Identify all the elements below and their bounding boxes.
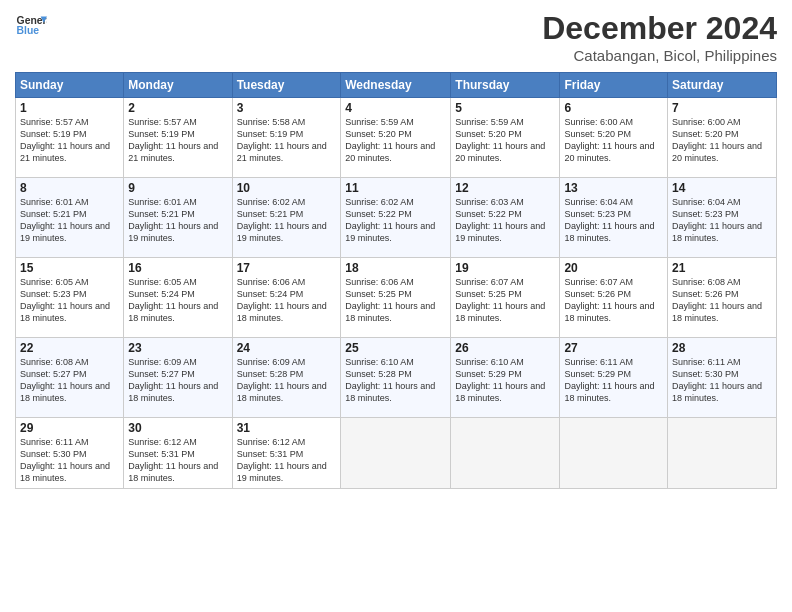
title-area: December 2024 Catabangan, Bicol, Philipp… (542, 10, 777, 64)
table-row: 18 Sunrise: 6:06 AMSunset: 5:25 PMDaylig… (341, 258, 451, 338)
table-row (668, 418, 777, 489)
day-number: 7 (672, 101, 772, 115)
day-number: 10 (237, 181, 337, 195)
day-number: 2 (128, 101, 227, 115)
day-info: Sunrise: 6:05 AMSunset: 5:23 PMDaylight:… (20, 277, 110, 323)
header-saturday: Saturday (668, 73, 777, 98)
table-row: 15 Sunrise: 6:05 AMSunset: 5:23 PMDaylig… (16, 258, 124, 338)
table-row: 9 Sunrise: 6:01 AMSunset: 5:21 PMDayligh… (124, 178, 232, 258)
day-number: 21 (672, 261, 772, 275)
day-info: Sunrise: 6:10 AMSunset: 5:29 PMDaylight:… (455, 357, 545, 403)
table-row: 19 Sunrise: 6:07 AMSunset: 5:25 PMDaylig… (451, 258, 560, 338)
day-number: 5 (455, 101, 555, 115)
table-row: 14 Sunrise: 6:04 AMSunset: 5:23 PMDaylig… (668, 178, 777, 258)
day-number: 11 (345, 181, 446, 195)
day-info: Sunrise: 6:01 AMSunset: 5:21 PMDaylight:… (128, 197, 218, 243)
calendar-header-row: Sunday Monday Tuesday Wednesday Thursday… (16, 73, 777, 98)
day-info: Sunrise: 6:12 AMSunset: 5:31 PMDaylight:… (128, 437, 218, 483)
day-info: Sunrise: 6:01 AMSunset: 5:21 PMDaylight:… (20, 197, 110, 243)
day-info: Sunrise: 6:06 AMSunset: 5:24 PMDaylight:… (237, 277, 327, 323)
table-row: 10 Sunrise: 6:02 AMSunset: 5:21 PMDaylig… (232, 178, 341, 258)
day-info: Sunrise: 6:08 AMSunset: 5:26 PMDaylight:… (672, 277, 762, 323)
day-info: Sunrise: 6:05 AMSunset: 5:24 PMDaylight:… (128, 277, 218, 323)
calendar-table: Sunday Monday Tuesday Wednesday Thursday… (15, 72, 777, 489)
day-info: Sunrise: 6:07 AMSunset: 5:25 PMDaylight:… (455, 277, 545, 323)
day-number: 15 (20, 261, 119, 275)
day-info: Sunrise: 6:11 AMSunset: 5:30 PMDaylight:… (20, 437, 110, 483)
logo: General Blue (15, 10, 47, 42)
day-info: Sunrise: 6:04 AMSunset: 5:23 PMDaylight:… (672, 197, 762, 243)
header-monday: Monday (124, 73, 232, 98)
day-info: Sunrise: 5:59 AMSunset: 5:20 PMDaylight:… (345, 117, 435, 163)
day-number: 12 (455, 181, 555, 195)
day-number: 24 (237, 341, 337, 355)
day-number: 3 (237, 101, 337, 115)
day-number: 22 (20, 341, 119, 355)
table-row: 6 Sunrise: 6:00 AMSunset: 5:20 PMDayligh… (560, 98, 668, 178)
day-info: Sunrise: 5:57 AMSunset: 5:19 PMDaylight:… (20, 117, 110, 163)
day-info: Sunrise: 6:03 AMSunset: 5:22 PMDaylight:… (455, 197, 545, 243)
table-row: 24 Sunrise: 6:09 AMSunset: 5:28 PMDaylig… (232, 338, 341, 418)
svg-text:Blue: Blue (17, 25, 40, 36)
table-row (341, 418, 451, 489)
header: General Blue December 2024 Catabangan, B… (15, 10, 777, 64)
logo-icon: General Blue (15, 10, 47, 42)
day-info: Sunrise: 6:06 AMSunset: 5:25 PMDaylight:… (345, 277, 435, 323)
table-row: 20 Sunrise: 6:07 AMSunset: 5:26 PMDaylig… (560, 258, 668, 338)
day-number: 31 (237, 421, 337, 435)
day-info: Sunrise: 6:10 AMSunset: 5:28 PMDaylight:… (345, 357, 435, 403)
day-number: 20 (564, 261, 663, 275)
day-info: Sunrise: 6:08 AMSunset: 5:27 PMDaylight:… (20, 357, 110, 403)
table-row: 17 Sunrise: 6:06 AMSunset: 5:24 PMDaylig… (232, 258, 341, 338)
table-row (560, 418, 668, 489)
table-row: 1 Sunrise: 5:57 AMSunset: 5:19 PMDayligh… (16, 98, 124, 178)
table-row: 13 Sunrise: 6:04 AMSunset: 5:23 PMDaylig… (560, 178, 668, 258)
day-number: 8 (20, 181, 119, 195)
day-number: 6 (564, 101, 663, 115)
table-row: 22 Sunrise: 6:08 AMSunset: 5:27 PMDaylig… (16, 338, 124, 418)
day-number: 19 (455, 261, 555, 275)
header-thursday: Thursday (451, 73, 560, 98)
table-row: 31 Sunrise: 6:12 AMSunset: 5:31 PMDaylig… (232, 418, 341, 489)
day-info: Sunrise: 6:02 AMSunset: 5:22 PMDaylight:… (345, 197, 435, 243)
table-row (451, 418, 560, 489)
day-number: 23 (128, 341, 227, 355)
table-row: 28 Sunrise: 6:11 AMSunset: 5:30 PMDaylig… (668, 338, 777, 418)
table-row: 8 Sunrise: 6:01 AMSunset: 5:21 PMDayligh… (16, 178, 124, 258)
day-number: 28 (672, 341, 772, 355)
day-number: 18 (345, 261, 446, 275)
day-number: 30 (128, 421, 227, 435)
day-info: Sunrise: 6:07 AMSunset: 5:26 PMDaylight:… (564, 277, 654, 323)
table-row: 25 Sunrise: 6:10 AMSunset: 5:28 PMDaylig… (341, 338, 451, 418)
day-info: Sunrise: 5:58 AMSunset: 5:19 PMDaylight:… (237, 117, 327, 163)
header-friday: Friday (560, 73, 668, 98)
day-number: 16 (128, 261, 227, 275)
header-tuesday: Tuesday (232, 73, 341, 98)
day-number: 29 (20, 421, 119, 435)
day-number: 17 (237, 261, 337, 275)
day-info: Sunrise: 6:11 AMSunset: 5:30 PMDaylight:… (672, 357, 762, 403)
header-sunday: Sunday (16, 73, 124, 98)
table-row: 7 Sunrise: 6:00 AMSunset: 5:20 PMDayligh… (668, 98, 777, 178)
day-number: 25 (345, 341, 446, 355)
table-row: 27 Sunrise: 6:11 AMSunset: 5:29 PMDaylig… (560, 338, 668, 418)
day-info: Sunrise: 6:04 AMSunset: 5:23 PMDaylight:… (564, 197, 654, 243)
day-info: Sunrise: 6:00 AMSunset: 5:20 PMDaylight:… (672, 117, 762, 163)
day-info: Sunrise: 6:09 AMSunset: 5:28 PMDaylight:… (237, 357, 327, 403)
day-number: 9 (128, 181, 227, 195)
day-info: Sunrise: 6:09 AMSunset: 5:27 PMDaylight:… (128, 357, 218, 403)
table-row: 16 Sunrise: 6:05 AMSunset: 5:24 PMDaylig… (124, 258, 232, 338)
table-row: 23 Sunrise: 6:09 AMSunset: 5:27 PMDaylig… (124, 338, 232, 418)
table-row: 26 Sunrise: 6:10 AMSunset: 5:29 PMDaylig… (451, 338, 560, 418)
table-row: 11 Sunrise: 6:02 AMSunset: 5:22 PMDaylig… (341, 178, 451, 258)
day-info: Sunrise: 6:11 AMSunset: 5:29 PMDaylight:… (564, 357, 654, 403)
table-row: 5 Sunrise: 5:59 AMSunset: 5:20 PMDayligh… (451, 98, 560, 178)
day-number: 1 (20, 101, 119, 115)
day-info: Sunrise: 6:00 AMSunset: 5:20 PMDaylight:… (564, 117, 654, 163)
table-row: 2 Sunrise: 5:57 AMSunset: 5:19 PMDayligh… (124, 98, 232, 178)
header-wednesday: Wednesday (341, 73, 451, 98)
table-row: 3 Sunrise: 5:58 AMSunset: 5:19 PMDayligh… (232, 98, 341, 178)
day-info: Sunrise: 6:02 AMSunset: 5:21 PMDaylight:… (237, 197, 327, 243)
day-number: 4 (345, 101, 446, 115)
day-number: 26 (455, 341, 555, 355)
